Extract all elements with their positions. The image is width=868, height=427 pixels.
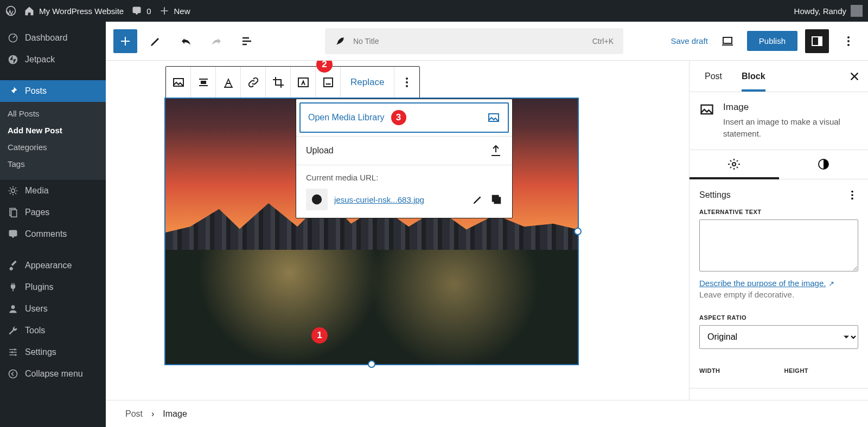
collapse-icon: [8, 368, 18, 379]
settings-toggle-button[interactable]: [805, 29, 829, 53]
sidebar-item-tools[interactable]: Tools: [0, 320, 106, 341]
svg-point-10: [9, 370, 17, 378]
svg-point-23: [329, 83, 330, 85]
plus-icon: [159, 5, 170, 16]
align-button[interactable]: [191, 67, 216, 98]
alt-label: ALTERNATIVE TEXT: [699, 209, 858, 215]
alt-help: Describe the purpose of the image. ↗: [699, 279, 858, 288]
editor-top-toolbar: No Title Ctrl+K Save draft Publish: [106, 22, 868, 61]
sidebar-sub-tags[interactable]: Tags: [0, 156, 106, 172]
plug-icon: [8, 282, 18, 293]
title-shortcut-pill[interactable]: No Title Ctrl+K: [325, 28, 623, 54]
svg-point-32: [732, 163, 736, 166]
text-overlay-button[interactable]: [291, 67, 316, 98]
redo-button[interactable]: [205, 29, 228, 53]
feather-icon: [335, 36, 346, 47]
document-overview-button[interactable]: [235, 29, 259, 53]
tab-post[interactable]: Post: [695, 61, 732, 92]
tools-button[interactable]: [144, 29, 168, 53]
sidebar-label: Jetpack: [25, 55, 55, 64]
block-more-button[interactable]: [394, 67, 419, 98]
media-icon: [8, 185, 18, 196]
block-name: Image: [723, 102, 858, 113]
alt-help-link[interactable]: Describe the purpose of the image.: [699, 279, 826, 288]
sidebar-item-collapse[interactable]: Collapse menu: [0, 363, 106, 385]
sidebar-item-appearance[interactable]: Appearance: [0, 255, 106, 276]
resize-handle-bottom[interactable]: [368, 360, 375, 368]
avatar: [851, 5, 863, 17]
link-button[interactable]: [241, 67, 266, 98]
comments-count[interactable]: 0: [131, 5, 151, 16]
svg-point-7: [14, 348, 16, 350]
alt-help-2: Leave empty if decorative.: [699, 290, 858, 299]
sidebar-sub-all-posts[interactable]: All Posts: [0, 105, 106, 122]
svg-point-3: [11, 189, 15, 193]
close-settings-button[interactable]: [848, 70, 860, 82]
chevron-down-icon: [841, 332, 852, 342]
sidebar-sub-categories[interactable]: Categories: [0, 139, 106, 156]
panel-subtabs: [690, 150, 868, 179]
sidebar-label: Collapse menu: [25, 369, 83, 379]
sidebar-item-media[interactable]: Media: [0, 180, 106, 202]
sidebar-item-dashboard[interactable]: Dashboard: [0, 27, 106, 49]
wordpress-icon: [5, 5, 16, 16]
block-type-button[interactable]: [166, 67, 191, 98]
kebab-icon: [400, 76, 413, 89]
crop-icon: [272, 76, 285, 89]
admin-sidebar: Dashboard Jetpack Posts All Posts Add Ne…: [0, 22, 106, 427]
caption-icon: [222, 76, 235, 89]
publish-button[interactable]: Publish: [747, 31, 797, 51]
add-block-button[interactable]: [113, 29, 137, 53]
subtab-settings[interactable]: [690, 150, 779, 179]
preview-button[interactable]: [716, 29, 739, 53]
sidebar-submenu-posts: All Posts Add New Post Categories Tags: [0, 102, 106, 180]
dropdown-label: Upload: [306, 146, 334, 156]
undo-button[interactable]: [174, 29, 198, 53]
dropdown-label: Open Media Library: [308, 113, 385, 122]
align-icon: [197, 76, 210, 89]
svg-point-26: [406, 85, 408, 87]
sidebar-item-plugins[interactable]: Plugins: [0, 276, 106, 298]
sidebar-item-comments[interactable]: Comments: [0, 223, 106, 245]
more-options-button[interactable]: [837, 29, 860, 53]
sidebar-item-jetpack[interactable]: Jetpack: [0, 49, 106, 70]
resize-handle-right[interactable]: [574, 228, 582, 235]
tab-block[interactable]: Block: [732, 61, 775, 92]
sidebar-item-pages[interactable]: Pages: [0, 202, 106, 223]
svg-point-8: [11, 351, 13, 353]
svg-point-9: [15, 354, 16, 355]
editor-main: No Title Ctrl+K Save draft Publish 1 2: [106, 22, 868, 427]
crop-button[interactable]: [266, 67, 291, 98]
sidebar-sub-add-new[interactable]: Add New Post: [0, 122, 106, 139]
replace-button[interactable]: Replace: [341, 67, 394, 98]
sidebar-item-posts[interactable]: Posts: [0, 80, 106, 102]
open-media-library-item[interactable]: Open Media Library 3: [299, 102, 509, 133]
aspect-ratio-select[interactable]: Original: [699, 325, 858, 349]
breadcrumb-post[interactable]: Post: [125, 409, 143, 419]
sidebar-item-settings[interactable]: Settings: [0, 341, 106, 363]
kebab-icon[interactable]: [846, 189, 858, 201]
redo-icon: [210, 35, 223, 48]
panel-section-settings: Settings ALTERNATIVE TEXT Describe the p…: [690, 179, 868, 389]
new-label: New: [174, 7, 190, 16]
current-media-filename[interactable]: jesus-curiel-nsk...683.jpg: [334, 195, 465, 204]
user-greeting[interactable]: Howdy, Randy: [794, 5, 863, 17]
svg-rect-13: [818, 37, 822, 46]
new-content[interactable]: New: [159, 5, 190, 16]
annotation-badge-1: 1: [311, 327, 328, 344]
site-home[interactable]: My WordPress Website: [24, 5, 124, 16]
copy-icon[interactable]: [490, 193, 502, 205]
sidebar-item-users[interactable]: Users: [0, 298, 106, 320]
sidebar-icon: [810, 35, 824, 48]
alt-text-input[interactable]: [699, 219, 858, 271]
caption-button[interactable]: [216, 67, 241, 98]
subtab-styles[interactable]: [779, 150, 869, 179]
save-draft-button[interactable]: Save draft: [671, 36, 707, 46]
svg-rect-20: [324, 78, 333, 87]
editor-body[interactable]: 1 2 Replace: [106, 61, 689, 400]
wp-logo[interactable]: [5, 5, 16, 16]
upload-item[interactable]: Upload: [296, 136, 512, 165]
edit-icon[interactable]: [472, 193, 484, 205]
settings-heading: Settings: [699, 190, 731, 200]
site-name: My WordPress Website: [39, 7, 124, 16]
